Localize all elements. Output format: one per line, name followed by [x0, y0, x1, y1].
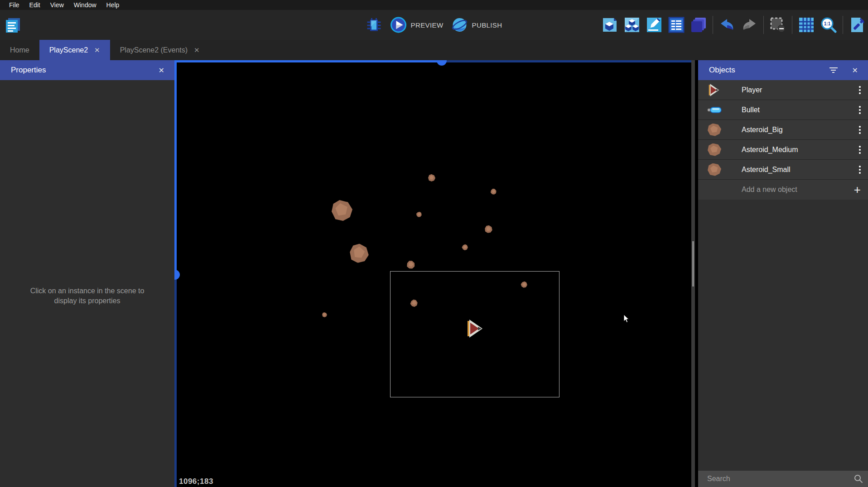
tab-playscene2[interactable]: PlayScene2 ✕ [39, 40, 110, 60]
filter-icon[interactable] [829, 67, 838, 73]
toolbar-separator [792, 16, 792, 34]
object-menu-dots-icon[interactable] [859, 86, 861, 94]
layers-stack-icon[interactable] [690, 17, 707, 33]
asteroid-instance[interactable] [461, 243, 469, 251]
properties-panel: Properties ✕ Click on an instance in the… [0, 60, 174, 487]
object-menu-dots-icon[interactable] [859, 126, 861, 134]
menu-edit[interactable]: Edit [25, 0, 45, 10]
undo-icon[interactable] [719, 17, 735, 33]
vertical-scrollbar-track[interactable] [174, 275, 177, 487]
publish-button[interactable]: PUBLISH [451, 17, 502, 33]
toolbar: PREVIEW PUBLISH [0, 10, 868, 40]
close-icon[interactable]: ✕ [156, 65, 167, 76]
asteroid-instance[interactable] [322, 312, 327, 317]
objects-panel: Objects ✕ Player [698, 60, 868, 487]
mouse-cursor-icon [623, 314, 630, 323]
player-instance[interactable] [468, 319, 484, 339]
preview-button[interactable]: PREVIEW [391, 17, 444, 33]
bullet-thumbnail-icon [706, 102, 723, 118]
add-new-object-button[interactable]: Add a new object + [698, 180, 868, 200]
object-menu-dots-icon[interactable] [859, 166, 861, 174]
properties-title: Properties [11, 66, 156, 75]
close-icon[interactable]: ✕ [849, 65, 861, 76]
objects-header: Objects ✕ [698, 60, 868, 80]
debugger-bug-icon[interactable] [366, 17, 382, 33]
asteroid-instance[interactable] [347, 242, 371, 265]
deselect-icon[interactable] [770, 17, 786, 33]
search-input[interactable] [698, 471, 868, 487]
tab-home[interactable]: Home [0, 40, 39, 60]
publish-globe-icon [451, 17, 468, 33]
debugger-tools-icon[interactable] [849, 17, 865, 33]
preview-play-icon [391, 17, 407, 33]
menu-view[interactable]: View [46, 0, 68, 10]
publish-label: PUBLISH [472, 21, 502, 29]
objects-editor-icon[interactable] [602, 17, 618, 33]
vertical-scrollbar[interactable] [174, 60, 177, 275]
plus-icon: + [854, 184, 861, 196]
horizontal-scrollbar-thumb[interactable] [437, 60, 447, 66]
objects-panel-empty-area [698, 200, 868, 471]
asteroid-thumbnail-icon [706, 122, 723, 138]
toolbar-separator [713, 16, 713, 34]
instances-cubes-icon[interactable] [624, 17, 640, 33]
search-icon [854, 474, 863, 484]
asteroid-instance[interactable] [428, 174, 436, 182]
horizontal-scrollbar-track[interactable] [442, 60, 694, 62]
objects-title: Objects [709, 66, 829, 75]
asteroid-instance[interactable] [489, 187, 497, 196]
object-row-asteroid-small[interactable]: Asteroid_Small [698, 160, 868, 180]
objects-search-bar [698, 471, 868, 487]
object-menu-dots-icon[interactable] [859, 106, 861, 114]
asteroid-instance[interactable] [483, 224, 493, 234]
player-thumbnail-icon [706, 82, 723, 98]
close-icon[interactable]: ✕ [94, 47, 100, 53]
tab-playscene2-label: PlayScene2 [49, 46, 88, 54]
svg-text:1:1: 1:1 [824, 21, 831, 26]
properties-header: Properties ✕ [0, 60, 174, 80]
project-manager-icon[interactable] [4, 16, 22, 34]
redo-icon[interactable] [741, 17, 757, 33]
asteroid-instance[interactable] [405, 259, 417, 271]
zoom-1to1-icon[interactable]: 1:1 [820, 17, 837, 33]
asteroid-thumbnail-icon [706, 162, 723, 177]
object-row-asteroid-medium[interactable]: Asteroid_Medium [698, 140, 868, 160]
scene-canvas[interactable]: 1096;183 [174, 60, 698, 487]
toolbar-separator [763, 16, 764, 34]
asteroid-instance[interactable] [415, 211, 422, 218]
menu-bar: File Edit View Window Help [0, 0, 868, 10]
asteroid-instance[interactable] [332, 200, 352, 221]
vertical-scrollbar-thumb[interactable] [174, 270, 180, 280]
menu-window[interactable]: Window [69, 0, 101, 10]
object-row-bullet[interactable]: Bullet [698, 100, 868, 120]
tab-playscene2-events[interactable]: PlayScene2 (Events) ✕ [110, 40, 210, 60]
asteroid-thumbnail-icon [706, 142, 723, 158]
object-row-asteroid-big[interactable]: Asteroid_Big [698, 120, 868, 140]
object-row-player[interactable]: Player [698, 80, 868, 100]
toolbar-separator [843, 16, 843, 34]
menu-help[interactable]: Help [102, 0, 124, 10]
right-scrollbar-thumb[interactable] [692, 241, 694, 286]
tab-playscene2-events-label: PlayScene2 (Events) [120, 46, 188, 54]
properties-empty-message: Click on an instance in the scene to dis… [0, 286, 174, 306]
tab-bar: Home PlayScene2 ✕ PlayScene2 (Events) ✕ [0, 40, 868, 60]
preview-label: PREVIEW [411, 21, 444, 29]
menu-file[interactable]: File [5, 0, 24, 10]
cursor-coordinates: 1096;183 [179, 477, 213, 486]
close-icon[interactable]: ✕ [194, 47, 200, 53]
horizontal-scrollbar[interactable] [177, 60, 442, 62]
layers-list-icon[interactable] [668, 17, 685, 33]
edit-scene-pencil-icon[interactable] [646, 17, 662, 33]
grid-icon[interactable] [798, 17, 815, 33]
object-menu-dots-icon[interactable] [859, 146, 861, 154]
tab-home-label: Home [10, 46, 29, 54]
